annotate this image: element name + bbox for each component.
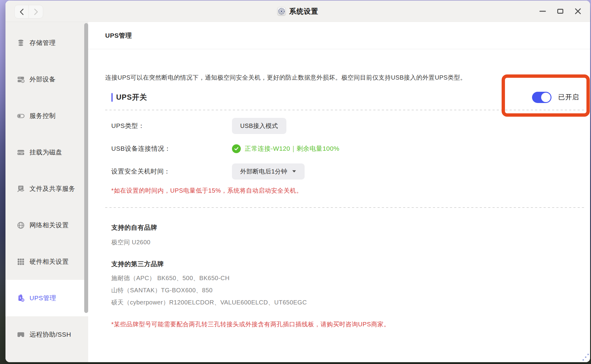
network-globe-icon	[17, 221, 25, 229]
own-brand-item: 极空间 U2600	[111, 238, 150, 246]
sidebar-item-label: 外部设备	[29, 75, 56, 84]
sidebar-item-ups-management[interactable]: UPS管理	[5, 280, 88, 316]
file-share-icon	[17, 185, 25, 193]
service-toggle-icon	[17, 112, 25, 120]
sidebar: 存储管理 外部设备 服务控制	[5, 22, 88, 362]
third-party-item: 山特（SANTAK）TG-BOX600、850	[111, 286, 213, 294]
sidebar-item-network-settings[interactable]: 网络相关设置	[5, 207, 88, 243]
third-party-title: 支持的第三方品牌	[111, 260, 164, 268]
toggle-knob	[541, 93, 551, 102]
maximize-button[interactable]	[557, 8, 564, 15]
dotted-divider	[105, 110, 584, 110]
sidebar-item-label: 服务控制	[29, 112, 56, 120]
window-controls	[539, 1, 582, 22]
ups-switch-toggle[interactable]	[532, 92, 551, 103]
shutdown-time-dropdown[interactable]: 外部断电后1分钟	[232, 163, 305, 180]
shutdown-time-label: 设置安全关机时间：	[111, 167, 232, 176]
section-title-label: UPS开关	[116, 92, 147, 102]
section-title: UPS开关	[111, 92, 147, 102]
sidebar-scrollbar-thumb[interactable]	[84, 23, 88, 313]
mount-disk-icon	[17, 148, 25, 156]
third-party-item: 硕天（cyberpower）R1200ELCDOR、VALUE600ELCD、U…	[111, 298, 307, 307]
ups-type-label: UPS类型：	[111, 122, 232, 130]
shutdown-time-value: 外部断电后1分钟	[240, 167, 287, 176]
shutdown-warning-text: *如在设置的时间内，UPS电量低于15%，系统将自动启动安全关机。	[111, 186, 572, 195]
usb-status-text: 正常连接-W120｜剩余电量100%	[245, 144, 339, 153]
remote-ssh-icon	[17, 331, 25, 339]
sidebar-item-label: 网络相关设置	[29, 221, 69, 229]
ups-switch-section: UPS开关 已开启	[111, 89, 579, 105]
titlebar: 系统设置	[5, 1, 590, 22]
dotted-divider	[105, 207, 584, 208]
main-content: UPS管理 连接UPS可以在突然断电的情况下，通知极空间安全关机，更好的防止数据…	[88, 22, 590, 362]
window-title: 系统设置	[289, 7, 318, 16]
page-description: 连接UPS可以在突然断电的情况下，通知极空间安全关机，更好的防止数据意外损坏。极…	[105, 73, 572, 82]
ups-type-row: UPS类型： USB接入模式	[111, 118, 579, 134]
page-title: UPS管理	[105, 31, 132, 40]
sidebar-item-label: 远程协助/SSH	[29, 330, 71, 339]
close-icon	[574, 8, 582, 15]
section-accent-bar	[111, 93, 113, 102]
caret-down-icon	[292, 170, 296, 173]
green-check-icon	[232, 144, 241, 153]
resize-grip[interactable]	[580, 352, 589, 361]
sidebar-item-mount-disk[interactable]: 挂载为磁盘	[5, 134, 88, 170]
sidebar-item-storage[interactable]: 存储管理	[5, 25, 88, 61]
third-party-item: 施耐德（APC） BK650、500、BK650-CH	[111, 274, 230, 282]
usb-status-label: USB设备连接情况：	[111, 144, 232, 153]
brands-warning-text: *某些品牌型号可能需要配合两孔转三孔转接头或外接含有两孔插口插线板，请购买时咨询…	[111, 320, 572, 329]
minimize-icon	[539, 8, 546, 15]
ups-type-value-chip: USB接入模式	[232, 118, 286, 134]
app-icon	[277, 7, 286, 15]
close-button[interactable]	[574, 8, 582, 15]
storage-icon	[17, 39, 25, 47]
sidebar-item-label: 存储管理	[29, 39, 56, 47]
own-brand-title: 支持的自有品牌	[111, 223, 157, 232]
shutdown-time-row: 设置安全关机时间： 外部断电后1分钟	[111, 163, 579, 179]
ups-toggle-group: 已开启	[532, 92, 579, 103]
maximize-icon	[557, 8, 564, 15]
page-header: UPS管理	[88, 22, 590, 49]
sidebar-item-label: 挂载为磁盘	[29, 148, 62, 156]
sidebar-item-hardware-settings[interactable]: 硬件相关设置	[5, 243, 88, 280]
sidebar-item-remote-ssh[interactable]: 远程协助/SSH	[5, 316, 88, 353]
sidebar-item-label: 文件及共享服务	[29, 184, 75, 193]
system-settings-window: 系统设置 存储管理	[5, 1, 590, 362]
usb-status-value: 正常连接-W120｜剩余电量100%	[232, 144, 339, 153]
ups-battery-icon	[17, 294, 25, 302]
sidebar-item-label: 硬件相关设置	[29, 257, 69, 266]
toggle-state-label: 已开启	[558, 93, 579, 102]
sidebar-item-file-share[interactable]: 文件及共享服务	[5, 170, 88, 207]
sidebar-item-external-device[interactable]: 外部设备	[5, 61, 88, 98]
sidebar-item-label: UPS管理	[29, 294, 56, 302]
minimize-button[interactable]	[539, 8, 546, 15]
usb-status-row: USB设备连接情况： 正常连接-W120｜剩余电量100%	[111, 141, 579, 156]
external-device-icon	[17, 75, 25, 84]
hardware-grid-icon	[17, 258, 25, 266]
title-area: 系统设置	[5, 1, 590, 22]
sidebar-item-service-control[interactable]: 服务控制	[5, 98, 88, 134]
